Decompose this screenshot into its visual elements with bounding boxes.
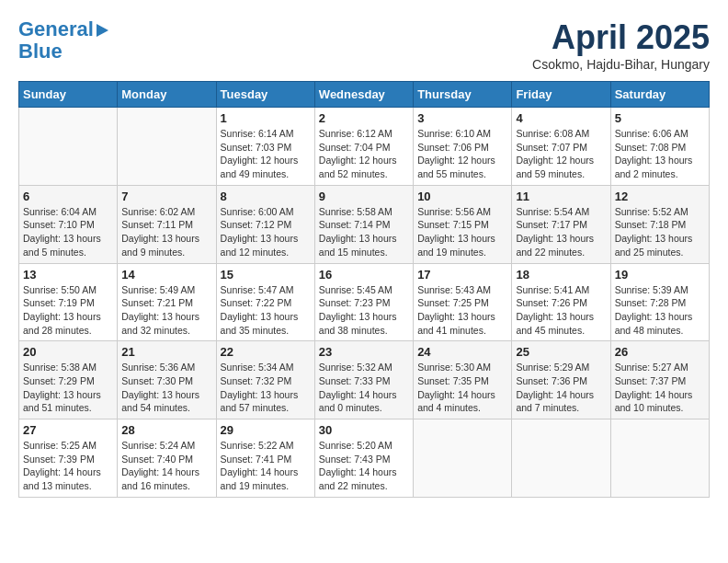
day-number: 25 [516,345,606,359]
day-number: 13 [23,268,113,282]
day-info: Sunrise: 5:49 AM Sunset: 7:21 PM Dayligh… [121,283,211,338]
day-number: 10 [417,190,507,203]
day-info: Sunrise: 5:54 AM Sunset: 7:17 PM Dayligh… [516,205,606,259]
calendar-cell: 20Sunrise: 5:38 AM Sunset: 7:29 PM Dayli… [19,341,118,419]
day-info: Sunrise: 5:56 AM Sunset: 7:15 PM Dayligh… [417,205,507,259]
logo: GeneralBlue [18,18,94,63]
day-info: Sunrise: 5:24 AM Sunset: 7:40 PM Dayligh… [121,439,211,493]
calendar-cell: 4Sunrise: 6:08 AM Sunset: 7:07 PM Daylig… [512,108,610,186]
header-saturday: Saturday [610,82,709,108]
calendar-cell: 2Sunrise: 6:12 AM Sunset: 7:04 PM Daylig… [314,108,413,186]
header-monday: Monday [118,82,216,108]
day-number: 11 [516,190,606,203]
calendar-cell: 14Sunrise: 5:49 AM Sunset: 7:21 PM Dayli… [118,263,216,341]
calendar-cell: 7Sunrise: 6:02 AM Sunset: 7:11 PM Daylig… [118,185,216,263]
calendar-cell [512,419,610,498]
day-number: 20 [23,345,113,359]
calendar-week-row: 6Sunrise: 6:04 AM Sunset: 7:10 PM Daylig… [19,185,710,263]
day-number: 2 [319,111,409,125]
calendar-cell [414,419,512,498]
calendar-cell: 19Sunrise: 5:39 AM Sunset: 7:28 PM Dayli… [610,263,709,341]
day-info: Sunrise: 5:36 AM Sunset: 7:30 PM Dayligh… [121,361,211,415]
day-number: 7 [121,190,211,203]
day-number: 1 [221,111,311,125]
calendar-cell: 28Sunrise: 5:24 AM Sunset: 7:40 PM Dayli… [118,419,216,498]
day-info: Sunrise: 5:38 AM Sunset: 7:29 PM Dayligh… [23,361,113,415]
day-number: 3 [417,111,507,125]
day-number: 16 [319,268,409,282]
calendar-cell: 17Sunrise: 5:43 AM Sunset: 7:25 PM Dayli… [414,263,512,341]
calendar-cell: 1Sunrise: 6:14 AM Sunset: 7:03 PM Daylig… [216,108,314,186]
calendar-cell: 25Sunrise: 5:29 AM Sunset: 7:36 PM Dayli… [512,341,610,419]
day-number: 29 [221,423,311,437]
day-info: Sunrise: 5:52 AM Sunset: 7:18 PM Dayligh… [615,205,705,259]
day-number: 24 [417,345,507,359]
month-title: April 2025 [532,18,710,57]
calendar-cell: 26Sunrise: 5:27 AM Sunset: 7:37 PM Dayli… [610,341,709,419]
header-wednesday: Wednesday [314,82,413,108]
day-number: 18 [516,268,606,282]
calendar-cell: 23Sunrise: 5:32 AM Sunset: 7:33 PM Dayli… [314,341,413,419]
day-info: Sunrise: 6:04 AM Sunset: 7:10 PM Dayligh… [23,205,113,259]
day-number: 26 [615,345,705,359]
day-info: Sunrise: 5:50 AM Sunset: 7:19 PM Dayligh… [23,283,113,338]
calendar-cell: 21Sunrise: 5:36 AM Sunset: 7:30 PM Dayli… [118,341,216,419]
day-number: 14 [121,268,211,282]
logo-text: GeneralBlue [18,17,94,63]
day-info: Sunrise: 5:29 AM Sunset: 7:36 PM Dayligh… [516,361,606,415]
day-number: 22 [221,345,311,359]
day-number: 19 [615,268,705,282]
calendar-cell: 8Sunrise: 6:00 AM Sunset: 7:12 PM Daylig… [216,185,314,263]
day-info: Sunrise: 5:32 AM Sunset: 7:33 PM Dayligh… [319,361,409,415]
day-number: 23 [319,345,409,359]
day-info: Sunrise: 5:25 AM Sunset: 7:39 PM Dayligh… [23,439,113,493]
calendar-week-row: 27Sunrise: 5:25 AM Sunset: 7:39 PM Dayli… [19,419,710,498]
day-info: Sunrise: 5:22 AM Sunset: 7:41 PM Dayligh… [221,439,311,493]
calendar-cell [19,108,118,186]
calendar-table: SundayMondayTuesdayWednesdayThursdayFrid… [18,81,710,498]
day-info: Sunrise: 5:34 AM Sunset: 7:32 PM Dayligh… [221,361,311,415]
day-info: Sunrise: 6:06 AM Sunset: 7:08 PM Dayligh… [615,127,705,181]
calendar-cell: 22Sunrise: 5:34 AM Sunset: 7:32 PM Dayli… [216,341,314,419]
day-info: Sunrise: 5:27 AM Sunset: 7:37 PM Dayligh… [615,361,705,415]
day-number: 8 [221,190,311,203]
calendar-cell: 3Sunrise: 6:10 AM Sunset: 7:06 PM Daylig… [414,108,512,186]
day-info: Sunrise: 5:30 AM Sunset: 7:35 PM Dayligh… [417,361,507,415]
day-number: 15 [221,268,311,282]
header-tuesday: Tuesday [216,82,314,108]
calendar-cell: 15Sunrise: 5:47 AM Sunset: 7:22 PM Dayli… [216,263,314,341]
calendar-cell: 29Sunrise: 5:22 AM Sunset: 7:41 PM Dayli… [216,419,314,498]
day-number: 6 [23,190,113,203]
day-info: Sunrise: 5:58 AM Sunset: 7:14 PM Dayligh… [319,205,409,259]
header-sunday: Sunday [19,82,118,108]
page-header: GeneralBlue April 2025 Csokmo, Hajdu-Bih… [18,18,710,72]
day-number: 4 [516,111,606,125]
location-subtitle: Csokmo, Hajdu-Bihar, Hungary [532,57,710,72]
day-number: 28 [121,423,211,437]
day-info: Sunrise: 6:10 AM Sunset: 7:06 PM Dayligh… [417,127,507,181]
calendar-cell: 10Sunrise: 5:56 AM Sunset: 7:15 PM Dayli… [414,185,512,263]
calendar-cell: 9Sunrise: 5:58 AM Sunset: 7:14 PM Daylig… [314,185,413,263]
calendar-cell: 13Sunrise: 5:50 AM Sunset: 7:19 PM Dayli… [19,263,118,341]
day-info: Sunrise: 5:47 AM Sunset: 7:22 PM Dayligh… [221,283,311,338]
title-block: April 2025 Csokmo, Hajdu-Bihar, Hungary [532,18,710,72]
calendar-week-row: 20Sunrise: 5:38 AM Sunset: 7:29 PM Dayli… [19,341,710,419]
calendar-cell: 30Sunrise: 5:20 AM Sunset: 7:43 PM Dayli… [314,419,413,498]
header-thursday: Thursday [414,82,512,108]
day-number: 12 [615,190,705,203]
day-info: Sunrise: 6:14 AM Sunset: 7:03 PM Dayligh… [221,127,311,181]
day-number: 17 [417,268,507,282]
day-info: Sunrise: 5:43 AM Sunset: 7:25 PM Dayligh… [417,283,507,338]
header-friday: Friday [512,82,610,108]
day-number: 9 [319,190,409,203]
calendar-cell: 6Sunrise: 6:04 AM Sunset: 7:10 PM Daylig… [19,185,118,263]
day-number: 30 [319,423,409,437]
day-info: Sunrise: 6:02 AM Sunset: 7:11 PM Dayligh… [121,205,211,259]
day-info: Sunrise: 6:12 AM Sunset: 7:04 PM Dayligh… [319,127,409,181]
day-info: Sunrise: 5:41 AM Sunset: 7:26 PM Dayligh… [516,283,606,338]
calendar-cell: 24Sunrise: 5:30 AM Sunset: 7:35 PM Dayli… [414,341,512,419]
day-info: Sunrise: 6:08 AM Sunset: 7:07 PM Dayligh… [516,127,606,181]
calendar-header-row: SundayMondayTuesdayWednesdayThursdayFrid… [19,82,710,108]
calendar-cell: 5Sunrise: 6:06 AM Sunset: 7:08 PM Daylig… [610,108,709,186]
calendar-cell [610,419,709,498]
